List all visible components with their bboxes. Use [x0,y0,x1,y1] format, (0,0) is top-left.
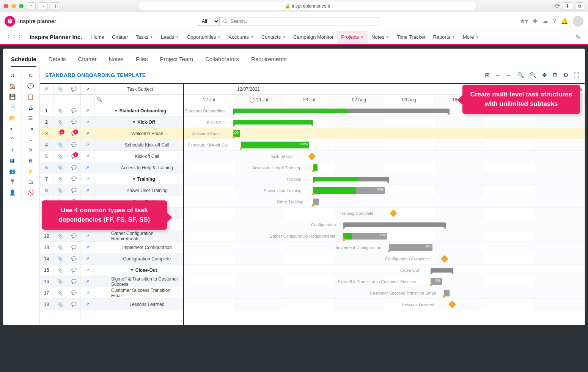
tool-4-1[interactable]: ☰ [22,113,39,123]
tab-collaborators[interactable]: Collaborators [205,54,239,67]
tool-3-0[interactable]: 📄 [3,102,22,113]
calendar-icon[interactable]: 🗓 [552,72,558,79]
col-attachment: 📎 [53,84,67,94]
nav-more[interactable]: More▼ [459,31,483,43]
search-input[interactable] [220,17,379,25]
fit-icon[interactable]: ✥ [542,72,547,79]
sidebar-button[interactable]: ◫ [51,2,60,10]
nav-time-tracker[interactable]: Time Tracker [393,31,429,43]
tool-9-0[interactable]: 👥 [3,166,22,177]
task-row[interactable]: 17📎💬↗Customer Success Transition Email [40,287,183,299]
gantt-row: Sign-off & Transition to Customer Succes… [184,276,585,287]
gantt-chart[interactable]: 12/07/2021 01/09 12 Jul◯19 Jul26 Jul02 A… [184,84,585,325]
search-scope-select[interactable]: All [197,17,220,26]
salesforce-icon[interactable]: ☁ [542,17,548,25]
tool-10-0[interactable]: 📍 [3,177,22,187]
tab-files[interactable]: Files [136,54,148,67]
tool-9-1[interactable]: ⚡ [22,166,39,177]
next-icon[interactable]: → [506,72,512,79]
task-row[interactable]: 5📎💬1↗Kick-off Call [40,151,183,162]
tab-notes[interactable]: Notes [109,54,124,67]
settings-icon[interactable]: ⚙ [563,72,568,79]
tool-8-1[interactable]: 🖥 [22,155,39,166]
nav-leads[interactable]: Leads▼ [157,31,183,43]
columns-icon[interactable]: ⊞ [485,72,490,79]
task-row[interactable] [40,310,183,322]
salesforce-nav: ⋮⋮⋮ Inspire Planner Inc. HomeChatterTask… [0,30,588,45]
task-row[interactable]: 1📎💬↗▼Standard Onboarding [40,105,183,117]
logo-text: inspire planner [18,18,56,24]
maximize-window[interactable] [19,4,24,8]
task-row[interactable]: 16📎💬↗Sign-off & Transition to Customer S… [40,276,183,287]
task-row[interactable]: 15📎💬↗▼Close-Out [40,265,183,276]
week-26-Jul: 26 Jul [284,95,334,105]
download-button[interactable]: ⬇ [563,2,572,10]
nav-chatter[interactable]: Chatter [108,31,132,43]
task-row[interactable]: 12📎💬↗Gather Configuration Requirements [40,230,183,242]
task-row[interactable]: 13📎💬↗Implement Configuration [40,242,183,253]
tool-8-0[interactable]: ▦ [3,155,22,166]
tool-6-1[interactable]: ⌄ [22,134,39,145]
tab-requirements[interactable]: Requirements [251,54,286,67]
tool-4-0[interactable]: 📂 [3,113,22,123]
address-bar[interactable]: 🔒 inspireplanner.com [139,2,476,10]
tool-7-1[interactable]: ✕ [22,145,39,155]
user-avatar[interactable] [573,16,583,27]
tool-1-1[interactable]: 💬 [22,81,39,91]
subject-filter-input[interactable] [104,97,181,102]
app-logo[interactable]: inspire planner [5,16,56,27]
edit-nav-icon[interactable]: ✎ [572,33,584,41]
tool-11-0[interactable]: 👤 [3,187,22,198]
tool-0-1[interactable]: ↻ [22,70,39,81]
grid-header-row-1: # 📎 💬 ↗ Task Subject [40,84,183,95]
tool-7-0[interactable]: ＋ [3,145,22,155]
gantt-row: Close-Out [184,265,585,276]
nav-contacts[interactable]: Contacts▼ [258,31,289,43]
tab-project-team[interactable]: Project Team [160,54,193,67]
help-icon[interactable]: ? [553,18,556,25]
refresh-button[interactable]: ⟳ [555,2,560,9]
tool-2-1[interactable]: 📋 [22,91,39,102]
tool-1-0[interactable]: 🏠 [3,81,22,91]
task-row[interactable]: 18📎💬↗Lessons Learned [40,299,183,310]
tab-schedule[interactable]: Schedule [11,54,36,67]
tool-2-0[interactable]: 💾 [3,91,22,102]
task-row[interactable]: 8📎💬↗Power User Training [40,185,183,196]
close-window[interactable] [4,4,8,8]
task-row[interactable]: 14📎💬↗Configuration Complete [40,253,183,265]
zoom-out-icon[interactable]: 🔍 [517,72,524,79]
tool-5-1[interactable]: ⇥ [22,123,39,134]
task-row[interactable]: 2📎💬↗▼Kick-Off [40,117,183,128]
prev-icon[interactable]: ← [495,72,501,79]
tab-chatter[interactable]: Chatter [78,54,97,67]
tool-5-0[interactable]: ⇤ [3,123,22,134]
nav-projects[interactable]: Projects▼ [337,31,368,43]
task-row[interactable]: 6📎💬↗Access to Help & Training [40,162,183,173]
notifications-icon[interactable]: 🔔 [561,17,568,25]
zoom-in-icon[interactable]: 🔍 [530,72,537,79]
app-launcher[interactable]: ⋮⋮⋮ [4,34,24,40]
nav-notes[interactable]: Notes▼ [368,31,393,43]
tabs-button[interactable]: ⧉ [575,2,584,10]
tool-3-1[interactable]: 🖨 [22,102,39,113]
forward-button[interactable]: › [39,2,48,10]
tool-0-0[interactable]: ↺ [3,70,22,81]
task-row[interactable]: 4📎💬↗Schedule Kick-off Call [40,139,183,151]
add-icon[interactable]: ✚ [533,17,538,25]
tool-11-1[interactable]: 🚫 [22,187,39,198]
nav-reports[interactable]: Reports▼ [429,31,459,43]
back-button[interactable]: ‹ [27,2,36,10]
fullscreen-icon[interactable]: ⛶ [574,72,579,79]
tool-6-0[interactable]: ⌃ [3,134,22,145]
tool-10-1[interactable]: 🗂 [22,177,39,187]
minimize-window[interactable] [11,4,16,8]
favorites-icon[interactable]: ★▾ [520,17,528,25]
task-row[interactable]: 7📎💬↗▼Training [40,173,183,185]
nav-home[interactable]: Home [87,31,108,43]
nav-opportunities[interactable]: Opportunities▼ [183,31,225,43]
tab-details[interactable]: Details [49,54,66,67]
nav-campaign-monitor[interactable]: Campaign Monitor [289,31,337,43]
nav-tasks[interactable]: Tasks▼ [132,31,157,43]
task-row[interactable]: 3📎1💬1↗Welcome Email [40,128,183,139]
nav-accounts[interactable]: Accounts▼ [225,31,257,43]
